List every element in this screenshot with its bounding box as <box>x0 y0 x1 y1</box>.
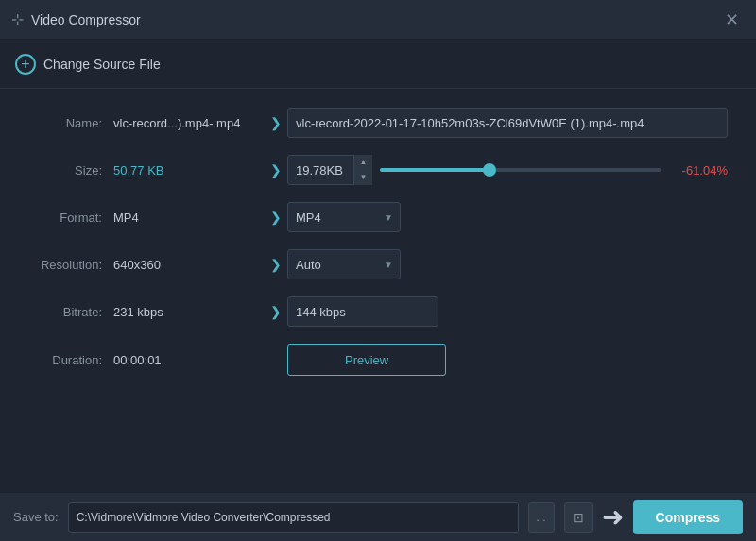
bitrate-label: Bitrate: <box>28 305 113 319</box>
save-icon-button[interactable]: ⊡ <box>564 502 593 533</box>
format-arrow-icon: ❯ <box>265 210 287 225</box>
size-source-value: 50.77 KB <box>113 163 265 178</box>
save-folder-icon: ⊡ <box>573 510 584 525</box>
save-to-label: Save to: <box>13 510 59 524</box>
compress-button[interactable]: Compress <box>633 500 743 534</box>
name-control-area <box>287 108 728 138</box>
save-path-input[interactable] <box>68 502 519 533</box>
title-bar-left: ⊹ Video Compressor <box>11 10 141 28</box>
bitrate-row: Bitrate: 231 kbps ❯ <box>28 296 728 327</box>
name-arrow-icon: ❯ <box>265 115 287 130</box>
toolbar: + Change Source File <box>0 40 756 89</box>
preview-button[interactable]: Preview <box>287 344 446 376</box>
size-spin-up[interactable]: ▲ <box>354 155 372 170</box>
format-control-area: MP4 AVI MOV MKV ▼ <box>287 202 728 232</box>
plus-circle-icon: + <box>15 54 36 75</box>
change-source-button[interactable]: + Change Source File <box>15 54 161 75</box>
resolution-select-wrap: Auto 640x360 1280x720 1920x1080 ▼ <box>287 249 401 279</box>
duration-value: 00:00:01 <box>113 353 265 367</box>
resolution-select[interactable]: Auto 640x360 1280x720 1920x1080 <box>287 249 401 279</box>
resolution-row: Resolution: 640x360 ❯ Auto 640x360 1280x… <box>28 249 728 279</box>
format-select[interactable]: MP4 AVI MOV MKV <box>287 202 401 232</box>
browse-dots-button[interactable]: ... <box>528 502 555 533</box>
name-row: Name: vlc-record...).mp4-.mp4 ❯ <box>28 108 728 138</box>
form-section: Name: vlc-record...).mp4-.mp4 ❯ Size: 50… <box>0 89 756 402</box>
title-bar: ⊹ Video Compressor ✕ <box>0 0 756 40</box>
bitrate-arrow-icon: ❯ <box>265 304 287 319</box>
resolution-arrow-icon: ❯ <box>265 257 287 272</box>
size-percent-label: -61.04% <box>671 163 728 178</box>
duration-spacer: ❯ <box>265 352 287 367</box>
bitrate-control-area <box>287 296 728 327</box>
format-row: Format: MP4 ❯ MP4 AVI MOV MKV ▼ <box>28 202 728 232</box>
bitrate-source-value: 231 kbps <box>113 305 265 319</box>
format-source-value: MP4 <box>113 211 265 225</box>
size-slider-fill <box>380 168 490 172</box>
duration-control-area: Preview <box>287 344 728 376</box>
size-spinners: ▲ ▼ <box>353 155 372 185</box>
size-label: Size: <box>28 163 113 178</box>
format-label: Format: <box>28 211 113 225</box>
app-icon: ⊹ <box>11 10 24 28</box>
resolution-label: Resolution: <box>28 258 113 272</box>
duration-row: Duration: 00:00:01 ❯ Preview <box>28 344 728 376</box>
name-output-input[interactable] <box>287 108 728 138</box>
size-slider-track[interactable] <box>380 168 662 172</box>
change-source-label: Change Source File <box>43 57 161 72</box>
size-row: Size: 50.77 KB ❯ ▲ ▼ -61.04% <box>28 155 728 185</box>
app-title: Video Compressor <box>31 12 141 27</box>
size-input-wrap: ▲ ▼ <box>287 155 372 185</box>
format-select-wrap: MP4 AVI MOV MKV ▼ <box>287 202 401 232</box>
bottom-bar: Save to: ... ⊡ ➜ Compress <box>0 492 756 541</box>
size-slider-wrap: -61.04% <box>380 163 728 178</box>
resolution-source-value: 640x360 <box>113 258 265 272</box>
duration-label: Duration: <box>28 353 113 367</box>
close-button[interactable]: ✕ <box>719 8 745 32</box>
arrow-right-icon: ➜ <box>602 501 624 533</box>
bitrate-output-input[interactable] <box>287 296 438 327</box>
size-arrow-icon: ❯ <box>265 162 287 178</box>
size-control-area: ▲ ▼ -61.04% <box>287 155 728 185</box>
resolution-control-area: Auto 640x360 1280x720 1920x1080 ▼ <box>287 249 728 279</box>
size-slider-thumb[interactable] <box>483 163 496 177</box>
size-spin-down[interactable]: ▼ <box>354 170 372 185</box>
name-source-value: vlc-record...).mp4-.mp4 <box>113 116 265 130</box>
name-label: Name: <box>28 116 113 130</box>
